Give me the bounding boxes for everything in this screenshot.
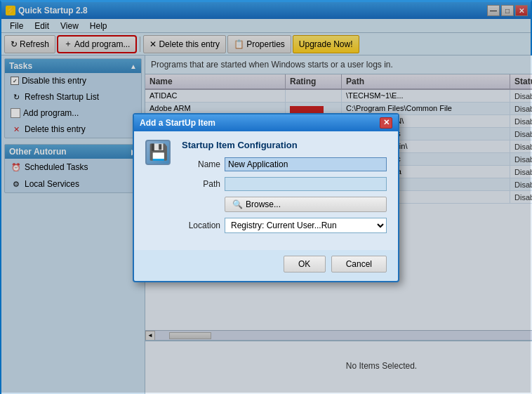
ok-button[interactable]: OK bbox=[284, 256, 326, 272]
dialog-footer: OK Cancel bbox=[134, 250, 398, 281]
dialog-body: 💾 Startup Item Configuration Name Path � bbox=[134, 131, 398, 250]
main-window: ⚡ Quick Startup 2.8 — □ ✕ File Edit View… bbox=[0, 0, 532, 394]
dialog-title-bar: Add a StartUp Item ✕ bbox=[134, 114, 398, 131]
browse-button[interactable]: 🔍 Browse... bbox=[225, 197, 387, 212]
cancel-button[interactable]: Cancel bbox=[331, 256, 387, 272]
modal-overlay: Add a StartUp Item ✕ 💾 Startup Item Conf… bbox=[1, 2, 531, 393]
dialog-section-title: Startup Item Configuration bbox=[182, 140, 387, 150]
dialog-icon-area: 💾 bbox=[145, 140, 173, 242]
location-select[interactable]: Registry: Current User...Run bbox=[225, 218, 387, 233]
name-label: Name bbox=[182, 159, 220, 169]
location-row: Location Registry: Current User...Run bbox=[182, 218, 387, 233]
path-label: Path bbox=[182, 179, 220, 189]
browse-icon: 🔍 bbox=[232, 199, 243, 209]
location-label: Location bbox=[182, 221, 220, 230]
add-startup-dialog: Add a StartUp Item ✕ 💾 Startup Item Conf… bbox=[133, 113, 399, 282]
dialog-form: Startup Item Configuration Name Path 🔍 B… bbox=[182, 140, 387, 242]
path-input[interactable] bbox=[225, 177, 387, 191]
path-row: Path bbox=[182, 177, 387, 191]
dialog-close-button[interactable]: ✕ bbox=[380, 117, 392, 129]
dialog-app-icon: 💾 bbox=[145, 140, 171, 165]
name-input[interactable] bbox=[225, 157, 387, 171]
dialog-title-text: Add a StartUp Item bbox=[140, 118, 215, 128]
name-row: Name bbox=[182, 157, 387, 171]
